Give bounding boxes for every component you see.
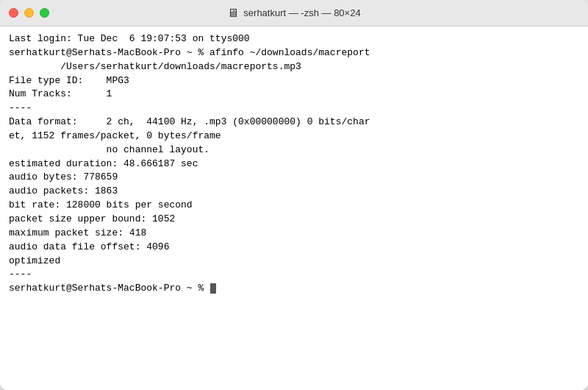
window-title-text: serhatkurt — -zsh — 80×24 (243, 7, 360, 18)
terminal-line: Num Tracks: 1 (9, 88, 579, 102)
terminal-line: Data format: 2 ch, 44100 Hz, .mp3 (0x000… (9, 116, 579, 130)
maximize-button[interactable] (40, 8, 49, 18)
terminal-line: ---- (9, 102, 579, 116)
terminal-line: serhatkurt@Serhats-MacBook-Pro ~ % (9, 282, 579, 296)
terminal-line: et, 1152 frames/packet, 0 bytes/frame (9, 130, 579, 143)
terminal-window: 🖥 serhatkurt — -zsh — 80×24 Last login: … (0, 0, 588, 390)
terminal-line: audio data file offset: 4096 (9, 241, 579, 255)
terminal-line: audio packets: 1863 (9, 185, 579, 199)
terminal-line: serhatkurt@Serhats-MacBook-Pro ~ % afinf… (9, 46, 579, 60)
terminal-line: File type ID: MPG3 (9, 74, 579, 88)
terminal-line: optimized (9, 255, 579, 269)
terminal-line: /Users/serhatkurt/downloads/macreports.m… (9, 60, 579, 74)
terminal-line: audio bytes: 778659 (9, 171, 579, 185)
terminal-line: bit rate: 128000 bits per second (9, 199, 579, 213)
titlebar: 🖥 serhatkurt — -zsh — 80×24 (0, 0, 588, 26)
terminal-line: ---- (9, 268, 579, 282)
window-title: 🖥 serhatkurt — -zsh — 80×24 (227, 7, 360, 20)
terminal-line: Last login: Tue Dec 6 19:07:53 on ttys00… (9, 32, 579, 46)
terminal-cursor (210, 283, 216, 294)
terminal-line: maximum packet size: 418 (9, 227, 579, 241)
traffic-lights (9, 8, 49, 18)
minimize-button[interactable] (24, 8, 34, 18)
close-button[interactable] (9, 8, 18, 18)
terminal-line: estimated duration: 48.666187 sec (9, 157, 579, 171)
terminal-icon: 🖥 (227, 7, 239, 20)
terminal-line: no channel layout. (9, 143, 579, 157)
terminal-line: packet size upper bound: 1052 (9, 213, 579, 227)
terminal-body[interactable]: Last login: Tue Dec 6 19:07:53 on ttys00… (0, 26, 588, 390)
